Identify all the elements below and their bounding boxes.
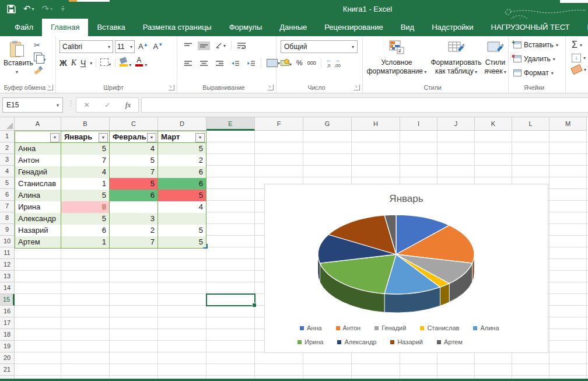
dialog-launcher-icon[interactable]: ↘: [268, 85, 274, 90]
paste-button[interactable]: Вставить▾: [4, 40, 30, 82]
row-header-16[interactable]: 16: [0, 306, 15, 317]
table-cell-value[interactable]: 6: [61, 225, 110, 237]
table-header-cell[interactable]: ▼: [15, 131, 61, 143]
tab-home[interactable]: Главная: [42, 19, 88, 36]
table-cell-name[interactable]: Анна: [15, 143, 61, 155]
borders-button[interactable]: ▾: [100, 58, 111, 68]
table-cell-name[interactable]: Александр: [15, 213, 61, 225]
column-header-F[interactable]: F: [255, 117, 303, 131]
table-cell-value[interactable]: 5: [110, 178, 158, 190]
column-header-M[interactable]: M: [550, 117, 587, 131]
number-format-select[interactable]: Общий▾: [281, 40, 358, 53]
undo-button[interactable]: ↶▾: [23, 4, 34, 14]
selected-cell-E15[interactable]: [206, 293, 256, 306]
filter-dropdown-button[interactable]: ▼: [147, 133, 156, 142]
table-cell-value[interactable]: 4: [110, 143, 158, 155]
column-header-D[interactable]: D: [158, 117, 206, 131]
delete-cells-button[interactable]: ×Удалить▾: [513, 55, 555, 63]
insert-function-button[interactable]: fx: [125, 100, 131, 110]
column-header-L[interactable]: L: [512, 117, 550, 131]
customize-qat-button[interactable]: ▿̄: [60, 6, 64, 12]
tab-review[interactable]: Рецензирование: [316, 19, 391, 36]
row-header-3[interactable]: 3: [0, 154, 15, 166]
align-middle-button[interactable]: [198, 41, 210, 50]
row-header-13[interactable]: 13: [0, 271, 15, 282]
column-header-J[interactable]: J: [438, 117, 475, 131]
conditional-formatting-button[interactable]: ≠ Условноеформатирование ▾: [366, 40, 427, 76]
table-resize-handle[interactable]: [203, 244, 208, 249]
dialog-launcher-icon[interactable]: ↘: [169, 85, 174, 90]
worksheet-grid[interactable]: ABCDEFGHIJKLM 12345678910111213141516171…: [0, 117, 588, 381]
table-cell-value[interactable]: 7: [110, 166, 158, 179]
table-cell-value[interactable]: [110, 201, 158, 214]
row-header-21[interactable]: 21: [0, 364, 15, 376]
column-header-A[interactable]: A: [15, 117, 61, 131]
row-header-6[interactable]: 6: [0, 189, 15, 201]
column-header-C[interactable]: C: [110, 117, 158, 131]
redo-button[interactable]: ↷▾: [42, 4, 53, 14]
table-cell-name[interactable]: Ирина: [15, 201, 61, 214]
insert-cells-button[interactable]: +Вставить▾: [513, 41, 558, 49]
legend-item-Назарий[interactable]: Назарий: [390, 338, 423, 345]
table-cell-value[interactable]: 5: [158, 143, 206, 155]
table-cell-value[interactable]: 7: [61, 155, 110, 167]
row-header-8[interactable]: 8: [0, 212, 15, 224]
row-header-14[interactable]: 14: [0, 282, 15, 294]
enter-button[interactable]: ✓: [104, 101, 110, 109]
dialog-launcher-icon[interactable]: ↘: [47, 85, 53, 90]
wrap-text-button[interactable]: [235, 41, 248, 50]
legend-item-Александр[interactable]: Александр: [337, 338, 376, 345]
row-header-9[interactable]: 9: [0, 224, 15, 236]
table-cell-value[interactable]: 5: [61, 190, 110, 202]
tab-data[interactable]: Данные: [271, 19, 316, 36]
legend-item-Анна[interactable]: Анна: [300, 324, 322, 331]
table-cell-value[interactable]: 4: [158, 201, 206, 214]
table-cell-value[interactable]: 5: [158, 225, 206, 237]
tab-team[interactable]: Команда: [579, 19, 588, 36]
table-cell-value[interactable]: 5: [158, 236, 206, 249]
table-cell-name[interactable]: Антон: [15, 155, 61, 167]
font-color-button[interactable]: А▾: [135, 58, 147, 68]
table-cell-value[interactable]: 6: [158, 178, 206, 190]
decrease-decimal-button[interactable]: →,00: [334, 58, 341, 68]
table-cell-value[interactable]: 6: [110, 190, 158, 202]
row-header-11[interactable]: 11: [0, 247, 15, 259]
row-header-7[interactable]: 7: [0, 201, 15, 212]
bold-button[interactable]: Ж: [60, 58, 67, 68]
row-header-12[interactable]: 12: [0, 259, 15, 271]
row-header-20[interactable]: 20: [0, 352, 15, 364]
table-cell-name[interactable]: Станислав: [15, 178, 61, 190]
font-size-select[interactable]: 11▾: [115, 40, 135, 53]
table-cell-value[interactable]: 6: [158, 166, 206, 179]
legend-item-Артем[interactable]: Артем: [437, 338, 463, 345]
copy-button[interactable]: ▾: [34, 53, 46, 63]
tab-addins[interactable]: Надстройки: [423, 19, 482, 36]
decrease-indent-button[interactable]: [229, 59, 242, 68]
align-right-button[interactable]: [214, 59, 226, 68]
align-center-button[interactable]: [198, 59, 210, 68]
grow-font-button[interactable]: A▲: [136, 41, 150, 51]
filter-dropdown-button[interactable]: ▼: [195, 133, 205, 142]
shrink-font-button[interactable]: A▼: [152, 41, 165, 51]
table-cell-value[interactable]: 2: [158, 155, 206, 167]
row-header-18[interactable]: 18: [0, 329, 15, 341]
column-header-E[interactable]: E: [206, 117, 255, 131]
comma-style-button[interactable]: 000: [307, 60, 316, 66]
table-cell-value[interactable]: 7: [110, 236, 158, 249]
table-cell-value[interactable]: 5: [61, 213, 110, 225]
row-header-19[interactable]: 19: [0, 341, 15, 352]
accounting-format-button[interactable]: ▾: [281, 59, 292, 68]
underline-button[interactable]: Ч: [80, 58, 86, 68]
tab-load-test[interactable]: НАГРУЗОЧНЫЙ ТЕСТ: [482, 19, 579, 36]
row-header-17[interactable]: 17: [0, 317, 15, 329]
align-left-button[interactable]: [182, 59, 194, 68]
row-header-1[interactable]: 1: [0, 131, 15, 142]
legend-item-Станислав[interactable]: Станислав: [420, 324, 459, 331]
orientation-button[interactable]: ▾: [214, 41, 228, 50]
column-header-I[interactable]: I: [400, 117, 438, 131]
table-header-cell[interactable]: Март▼: [158, 131, 206, 143]
clear-button[interactable]: ▾: [572, 66, 586, 73]
format-as-table-button[interactable]: Форматироватькак таблицу ▾: [429, 40, 483, 76]
table-cell-value[interactable]: 1: [61, 178, 110, 190]
table-cell-value[interactable]: 5: [158, 190, 206, 202]
